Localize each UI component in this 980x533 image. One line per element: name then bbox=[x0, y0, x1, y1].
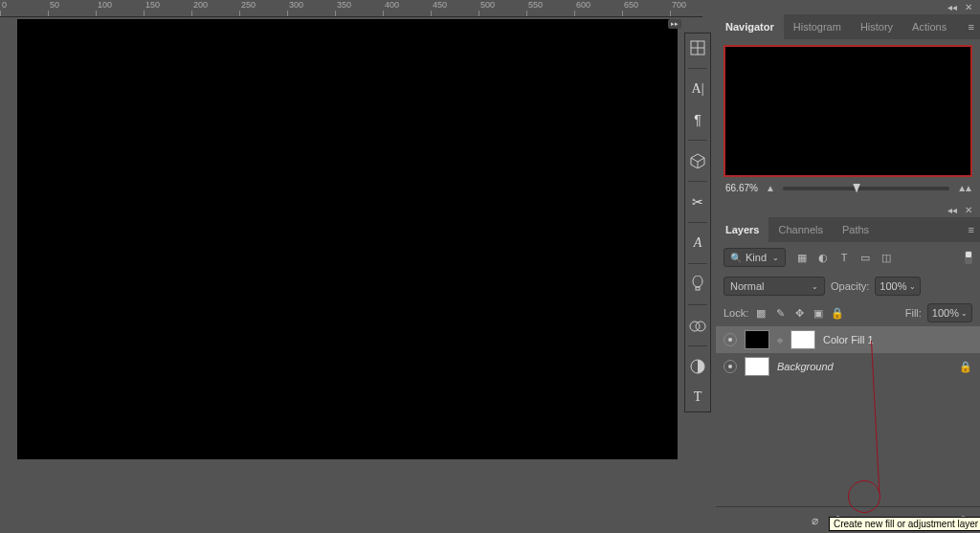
chevron-down-icon: ⌄ bbox=[961, 309, 968, 318]
grid-icon[interactable] bbox=[687, 37, 708, 58]
right-panel-column: ◂◂ ✕ Navigator Histogram History Actions… bbox=[716, 0, 980, 533]
svg-point-7 bbox=[693, 276, 702, 287]
tooltip: Create new fill or adjustment layer bbox=[829, 517, 980, 531]
svg-line-5 bbox=[698, 158, 704, 162]
collapse-icon[interactable]: ◂◂ bbox=[947, 2, 957, 12]
lock-transparent-icon[interactable]: ▩ bbox=[754, 307, 768, 320]
layer-row[interactable]: Background 🔒 bbox=[716, 353, 980, 380]
filter-kind-dropdown[interactable]: 🔍 Kind ⌄ bbox=[724, 248, 786, 267]
lock-pixels-icon[interactable]: ✎ bbox=[773, 307, 787, 320]
search-icon: 🔍 bbox=[730, 253, 742, 263]
layer-name[interactable]: Color Fill 1 bbox=[823, 334, 874, 345]
fill-value: 100% bbox=[932, 307, 959, 319]
opacity-label: Opacity: bbox=[831, 280, 869, 292]
tab-channels[interactable]: Channels bbox=[768, 217, 832, 242]
close-icon[interactable]: ✕ bbox=[965, 205, 972, 215]
filter-kind-label: Kind bbox=[746, 252, 767, 263]
layers-list: ⎆ Color Fill 1 Background 🔒 bbox=[716, 326, 980, 506]
tab-navigator[interactable]: Navigator bbox=[716, 14, 784, 39]
blend-mode-value: Normal bbox=[730, 280, 764, 292]
visibility-toggle[interactable] bbox=[724, 333, 737, 346]
fill-label: Fill: bbox=[905, 307, 922, 319]
collapse-icon[interactable]: ◂◂ bbox=[947, 205, 957, 215]
opacity-input[interactable]: 100% ⌄ bbox=[875, 277, 920, 296]
layers-tabs: Layers Channels Paths ≡ bbox=[716, 217, 980, 242]
tab-layers[interactable]: Layers bbox=[716, 217, 768, 242]
bulb-icon[interactable] bbox=[687, 274, 708, 295]
ruler-horizontal: 0501001502002503003504004505005506006507… bbox=[0, 0, 702, 17]
glyph-icon[interactable]: A bbox=[687, 233, 708, 254]
cube-icon[interactable] bbox=[687, 150, 708, 171]
tab-actions[interactable]: Actions bbox=[902, 14, 956, 39]
link-mask-icon[interactable]: ⎆ bbox=[777, 335, 783, 345]
align-left-icon[interactable]: A| bbox=[687, 78, 708, 100]
svg-rect-8 bbox=[696, 287, 700, 290]
panel-menu-icon[interactable]: ≡ bbox=[969, 21, 974, 33]
lock-all-icon[interactable]: 🔒 bbox=[831, 307, 844, 320]
lock-row: Lock: ▩ ✎ ✥ ▣ 🔒 Fill: 100% ⌄ bbox=[716, 300, 980, 326]
lock-icon: 🔒 bbox=[959, 361, 972, 373]
tab-history[interactable]: History bbox=[851, 14, 902, 39]
blend-mode-row: Normal ⌄ Opacity: 100% ⌄ bbox=[716, 273, 980, 300]
chevron-down-icon: ⌄ bbox=[812, 282, 818, 291]
layer-thumbnail[interactable] bbox=[745, 357, 769, 376]
collapse-panels-button[interactable]: ▸▸ bbox=[668, 19, 681, 29]
filter-toggle[interactable] bbox=[965, 251, 972, 264]
zoom-slider[interactable] bbox=[783, 187, 949, 190]
visibility-toggle[interactable] bbox=[724, 360, 737, 373]
navigator-preview[interactable] bbox=[724, 45, 972, 177]
opacity-value: 100% bbox=[880, 280, 906, 292]
svg-point-9 bbox=[690, 322, 700, 331]
type-icon[interactable]: T bbox=[687, 387, 708, 408]
filter-smart-icon[interactable]: ◫ bbox=[880, 252, 893, 264]
panel-controls-top: ◂◂ ✕ bbox=[716, 0, 980, 14]
layer-row[interactable]: ⎆ Color Fill 1 bbox=[716, 326, 980, 353]
layer-mask-thumbnail[interactable] bbox=[791, 330, 815, 349]
chevron-down-icon: ⌄ bbox=[772, 254, 779, 262]
blend-mode-dropdown[interactable]: Normal ⌄ bbox=[724, 277, 825, 296]
layers-body: 🔍 Kind ⌄ ▦ ◐ T ▭ ◫ Normal ⌄ Opacity: 100… bbox=[716, 242, 980, 533]
filter-pixel-icon[interactable]: ▦ bbox=[795, 252, 809, 264]
panel-controls-mid: ◂◂ ✕ bbox=[716, 203, 980, 217]
fill-input[interactable]: 100% ⌄ bbox=[927, 303, 972, 322]
layer-thumbnail[interactable] bbox=[745, 330, 769, 349]
zoom-out-icon[interactable]: ▲ bbox=[766, 183, 775, 193]
filter-adjustment-icon[interactable]: ◐ bbox=[816, 252, 830, 264]
lock-artboard-icon[interactable]: ▣ bbox=[812, 307, 825, 320]
creative-cloud-icon[interactable] bbox=[687, 315, 708, 336]
half-circle-icon[interactable] bbox=[687, 356, 708, 377]
document-canvas[interactable] bbox=[17, 19, 678, 459]
zoom-in-icon[interactable]: ▲▲ bbox=[957, 183, 970, 193]
close-icon[interactable]: ✕ bbox=[965, 2, 972, 12]
panel-menu-icon[interactable]: ≡ bbox=[969, 224, 974, 235]
filter-shape-icon[interactable]: ▭ bbox=[858, 252, 872, 264]
svg-point-10 bbox=[696, 322, 705, 331]
navigator-body: 66.67% ▲ ▲▲ bbox=[716, 39, 980, 203]
chevron-down-icon: ⌄ bbox=[909, 282, 916, 291]
tab-histogram[interactable]: Histogram bbox=[784, 14, 851, 39]
zoom-percentage[interactable]: 66.67% bbox=[725, 183, 758, 193]
layer-name[interactable]: Background bbox=[777, 361, 834, 372]
paragraph-icon[interactable]: ¶ bbox=[687, 109, 708, 130]
filter-type-icon[interactable]: T bbox=[837, 252, 851, 264]
link-layers-icon[interactable]: ⌀ bbox=[808, 514, 821, 527]
navigator-tabs: Navigator Histogram History Actions ≡ bbox=[716, 14, 980, 39]
layer-filter-row: 🔍 Kind ⌄ ▦ ◐ T ▭ ◫ bbox=[716, 242, 980, 273]
lock-position-icon[interactable]: ✥ bbox=[792, 307, 806, 320]
svg-line-4 bbox=[691, 158, 698, 162]
tab-paths[interactable]: Paths bbox=[833, 217, 879, 242]
options-strip: A| ¶ ✂ A T bbox=[684, 33, 711, 412]
filter-type-icons: ▦ ◐ T ▭ ◫ bbox=[795, 252, 893, 264]
scissors-icon[interactable]: ✂ bbox=[687, 191, 708, 212]
lock-label: Lock: bbox=[724, 307, 748, 319]
